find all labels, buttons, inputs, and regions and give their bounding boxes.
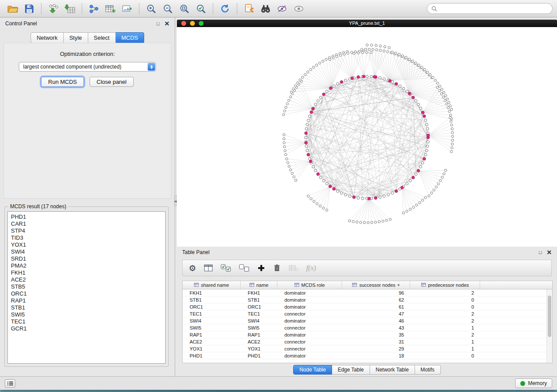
mcds-result-item[interactable]: STB5 [11, 283, 162, 290]
eye-icon [293, 4, 304, 14]
mcds-result-item[interactable]: ACE2 [11, 276, 162, 283]
table-row[interactable]: ORC1ORC1dominator610 [183, 303, 547, 310]
tab-node-table[interactable]: Node Table [293, 365, 332, 375]
application-window: Control Panel □ ✕ NetworkStyleSelectMCDS… [0, 0, 557, 390]
visual-properties-button[interactable] [274, 2, 291, 16]
find-button[interactable] [257, 2, 274, 16]
import-table-button[interactable] [62, 2, 78, 16]
add-column-button[interactable] [257, 264, 265, 272]
save-session-button[interactable] [21, 2, 38, 16]
tab-select[interactable]: Select [88, 32, 116, 43]
table-cell: ACE2 [241, 339, 277, 344]
table-cell: FKH1 [183, 290, 241, 296]
close-panel-icon[interactable]: ✕ [164, 21, 170, 26]
eye-slash-icon [277, 4, 288, 14]
tab-style[interactable]: Style [64, 32, 88, 43]
mcds-result-item[interactable]: STB1 [11, 304, 162, 311]
table-row[interactable]: ACE2ACE2connector311 [183, 338, 547, 345]
mcds-result-list[interactable]: PHD1CAR1STP4TID3YOX1SWI4SRD1PMA2FKH1ACE2… [7, 211, 166, 364]
mcds-result-item[interactable]: PHD1 [11, 213, 162, 220]
column-header-name[interactable]: name [241, 281, 277, 289]
zoom-in-button[interactable] [143, 2, 159, 16]
network-graph[interactable] [177, 27, 557, 247]
maximize-window-button[interactable] [199, 21, 204, 26]
mcds-result-item[interactable]: RAP1 [11, 297, 162, 304]
deselect-all-button[interactable] [239, 264, 249, 272]
table-panel: Table Panel □ ✕ ⚙ f(x) shared namenameMC… [177, 247, 557, 376]
tab-network-table[interactable]: Network Table [370, 365, 415, 375]
close-table-panel-icon[interactable]: ✕ [547, 250, 552, 255]
column-chooser-button[interactable] [204, 264, 213, 272]
float-panel-icon[interactable]: □ [157, 21, 160, 26]
run-mcds-button[interactable]: Run MCDS [41, 77, 84, 87]
column-header-predecessor-nodes[interactable]: predecessor nodes [410, 281, 480, 289]
memory-button[interactable]: Memory [515, 378, 552, 388]
mcds-tab-content: Optimization criterion: largest connecte… [3, 43, 171, 199]
tab-motifs[interactable]: Motifs [415, 365, 441, 375]
status-menu-button[interactable] [5, 379, 15, 388]
mcds-result-item[interactable]: SRD1 [11, 255, 162, 262]
mcds-result-item[interactable]: PMA2 [11, 262, 162, 269]
table-settings-button[interactable]: ⚙ [189, 264, 196, 272]
search-box[interactable] [427, 3, 553, 14]
mcds-result-item[interactable]: YOX1 [11, 241, 162, 248]
toggle-visibility-button[interactable] [291, 2, 307, 16]
column-header-shared-name[interactable]: shared name [183, 281, 241, 289]
tab-network[interactable]: Network [31, 32, 64, 43]
mcds-result-item[interactable]: GCR1 [11, 325, 162, 332]
column-header-successor-nodes[interactable]: successor nodes▾ [342, 281, 410, 289]
uncheck-all-icon [239, 264, 249, 272]
table-cell: 61 [342, 304, 410, 309]
mcds-result-item[interactable]: FKH1 [11, 269, 162, 276]
tab-mcds[interactable]: MCDS [116, 32, 144, 43]
table-row[interactable]: SWI4SWI4dominator462 [183, 317, 547, 324]
sort-descending-icon: ▾ [398, 283, 400, 287]
mcds-result-item[interactable]: SWI4 [11, 248, 162, 255]
table-scrollbar[interactable] [547, 289, 552, 363]
table-row[interactable]: FKH1FKH1dominator962 [183, 289, 547, 296]
close-panel-button[interactable]: Close panel [90, 77, 134, 87]
table-row[interactable]: PHD1PHD1dominator180 [183, 352, 547, 359]
table-cell: TEC1 [183, 311, 241, 316]
scrollbar-thumb[interactable] [548, 296, 551, 337]
mcds-result-item[interactable]: TID3 [11, 234, 162, 241]
mcds-result-item[interactable]: CAR1 [11, 220, 162, 227]
table-cell: STB1 [241, 297, 277, 303]
mcds-result-item[interactable]: STP4 [11, 227, 162, 234]
search-input[interactable] [440, 6, 548, 12]
table-row[interactable]: SWI5SWI5connector431 [183, 324, 547, 331]
table-row[interactable]: YOX1YOX1connector291 [183, 345, 547, 352]
select-all-button[interactable] [221, 264, 231, 272]
close-window-button[interactable] [181, 21, 186, 26]
minimize-window-button[interactable] [190, 21, 195, 26]
new-table-button[interactable] [102, 2, 119, 16]
optimization-criterion-dropdown[interactable]: largest connected component (undirected) [19, 62, 156, 72]
refresh-button[interactable] [217, 2, 233, 16]
mcds-result-item[interactable]: TEC1 [11, 318, 162, 325]
open-session-button[interactable] [4, 2, 21, 16]
export-image-button[interactable] [119, 2, 135, 16]
mcds-result-title: MCDS result (17 nodes) [8, 203, 68, 210]
new-network-button[interactable] [86, 2, 102, 16]
table-row[interactable]: RAP1RAP1dominator352 [183, 331, 547, 338]
tab-edge-table[interactable]: Edge Table [332, 365, 370, 375]
right-area: ◀▶ YPA_prune.txt_1 Table Panel □ ✕ [176, 17, 557, 376]
copy-share-button[interactable] [241, 2, 257, 16]
table-row[interactable]: TEC1TEC1connector472 [183, 310, 547, 317]
table-row[interactable]: STB1STB1dominator620 [183, 296, 547, 303]
document-share-icon [244, 3, 254, 14]
mcds-result-item[interactable]: ORC1 [11, 290, 162, 297]
column-header-MCDS-role[interactable]: MCDS role [277, 281, 342, 289]
column-type-icon [194, 282, 199, 288]
zoom-fit-button[interactable] [176, 2, 193, 16]
float-table-panel-icon[interactable]: □ [539, 250, 542, 255]
network-window-titlebar[interactable]: YPA_prune.txt_1 [177, 20, 557, 27]
zoom-selected-button[interactable] [193, 2, 209, 16]
delete-column-button[interactable] [273, 264, 281, 272]
table-cell: TEC1 [241, 311, 277, 316]
mcds-result-item[interactable]: SWI5 [11, 311, 162, 318]
zoom-out-button[interactable] [159, 2, 176, 16]
export-image-icon [122, 4, 132, 14]
network-canvas[interactable] [177, 27, 557, 247]
import-network-button[interactable] [45, 2, 62, 16]
